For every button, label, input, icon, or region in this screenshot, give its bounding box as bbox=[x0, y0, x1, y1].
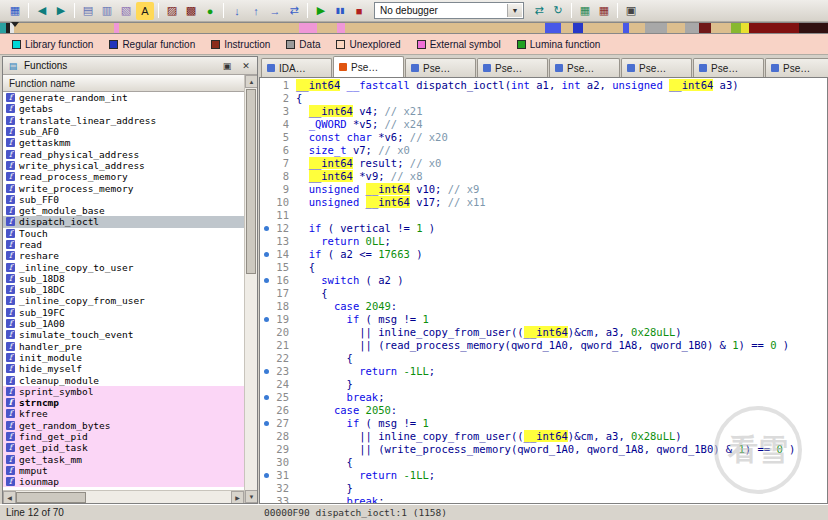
jump-name-icon[interactable]: ↑ bbox=[247, 2, 265, 20]
function-row[interactable]: fwrite_process_memory bbox=[3, 182, 244, 193]
jump-function-icon[interactable]: → bbox=[266, 2, 284, 20]
code-line[interactable]: 23 return -1LL; bbox=[260, 365, 827, 378]
colors-icon[interactable]: ▨ bbox=[163, 2, 181, 20]
code-line[interactable]: 8 __int64 *v9; // x8 bbox=[260, 170, 827, 183]
function-name-column-header[interactable]: Function name bbox=[3, 75, 244, 92]
segments-icon[interactable]: ▥ bbox=[98, 2, 116, 20]
function-row[interactable]: ftranslate_linear_address bbox=[3, 115, 244, 126]
watches-icon[interactable]: ▦ bbox=[595, 2, 613, 20]
tab-pseudocode-1[interactable]: Pse… bbox=[333, 56, 404, 77]
function-row[interactable]: fTouch bbox=[3, 228, 244, 239]
code-line[interactable]: 11 bbox=[260, 209, 827, 222]
function-row[interactable]: fiounmap bbox=[3, 476, 244, 487]
function-row[interactable]: fsprint_symbol bbox=[3, 386, 244, 397]
restore-panel-icon[interactable]: ▣ bbox=[220, 59, 234, 72]
pause-process-icon[interactable]: ▮▮ bbox=[331, 2, 349, 20]
code-line[interactable]: 22 { bbox=[260, 352, 827, 365]
function-row[interactable]: fstrncmp bbox=[3, 397, 244, 408]
code-line[interactable]: 7 __int64 result; // x0 bbox=[260, 157, 827, 170]
code-line[interactable]: 12 if ( vertical != 1 ) bbox=[260, 222, 827, 235]
function-row[interactable]: fsub_18DC bbox=[3, 284, 244, 295]
function-row[interactable]: fsub_18D8 bbox=[3, 273, 244, 284]
function-row[interactable]: fsub_AF0 bbox=[3, 126, 244, 137]
reanalyze-icon[interactable]: ● bbox=[201, 2, 219, 20]
functions-horizontal-scrollbar[interactable]: ◀ ▶ bbox=[3, 490, 244, 503]
code-line[interactable]: 20 || inline_copy_from_user((__int64)&cm… bbox=[260, 326, 827, 339]
code-line[interactable]: 10 unsigned __int64 v17; // x11 bbox=[260, 196, 827, 209]
code-line[interactable]: 3 __int64 v4; // x21 bbox=[260, 105, 827, 118]
save-icon[interactable]: ▦ bbox=[6, 2, 24, 20]
tab-pseudocode-4[interactable]: Pse… bbox=[549, 58, 620, 77]
dropdown-arrow-icon[interactable]: ▼ bbox=[507, 4, 522, 17]
code-line[interactable]: 26 case 2050: bbox=[260, 404, 827, 417]
code-line[interactable]: 31 return -1LL; bbox=[260, 469, 827, 482]
function-row[interactable]: fwrite_physical_address bbox=[3, 160, 244, 171]
function-row[interactable]: fsub_1A00 bbox=[3, 318, 244, 329]
function-row[interactable]: fsimulate_touch_event bbox=[3, 329, 244, 340]
snapshot-icon[interactable]: ▩ bbox=[182, 2, 200, 20]
function-row[interactable]: fget_module_base bbox=[3, 205, 244, 216]
code-line[interactable]: 2{ bbox=[260, 92, 827, 105]
code-line[interactable]: 33 break; bbox=[260, 495, 827, 504]
tab-pseudocode-6[interactable]: Pse… bbox=[693, 58, 764, 77]
code-line[interactable]: 4 _QWORD *v5; // x24 bbox=[260, 118, 827, 131]
code-line[interactable]: 25 break; bbox=[260, 391, 827, 404]
function-row[interactable]: fget_random_bytes bbox=[3, 420, 244, 431]
code-line[interactable]: 15 { bbox=[260, 261, 827, 274]
breakpoints-icon[interactable]: ▦ bbox=[576, 2, 594, 20]
function-row[interactable]: fgenerate_random_int bbox=[3, 92, 244, 103]
start-process-icon[interactable]: ▶ bbox=[312, 2, 330, 20]
functions-vertical-scrollbar[interactable]: ▲ ▼ bbox=[244, 75, 257, 503]
function-row[interactable]: fread bbox=[3, 239, 244, 250]
code-line[interactable]: 18 case 2049: bbox=[260, 300, 827, 313]
code-line[interactable]: 21 || (read_process_memory(qword_1A0, qw… bbox=[260, 339, 827, 352]
tab-pseudocode-7[interactable]: Pse… bbox=[765, 58, 828, 77]
jump-address-icon[interactable]: ↓ bbox=[228, 2, 246, 20]
horizontal-scroll-thumb[interactable] bbox=[16, 492, 86, 503]
function-row[interactable]: fkfree bbox=[3, 408, 244, 419]
function-row[interactable]: fmmput bbox=[3, 465, 244, 476]
function-row[interactable]: fdispatch_ioctl bbox=[3, 216, 244, 227]
vertical-scroll-track[interactable] bbox=[245, 88, 257, 490]
function-row[interactable]: fsub_FF0 bbox=[3, 194, 244, 205]
code-line[interactable]: 5 const char *v6; // x20 bbox=[260, 131, 827, 144]
vertical-scroll-thumb[interactable] bbox=[246, 89, 256, 274]
function-row[interactable]: finit_module bbox=[3, 352, 244, 363]
code-line[interactable]: 29 || (write_process_memory(qword_1A0, q… bbox=[260, 443, 827, 456]
text-options-icon[interactable]: A bbox=[136, 2, 154, 20]
code-line[interactable]: 16 switch ( a2 ) bbox=[260, 274, 827, 287]
structures-icon[interactable]: ▧ bbox=[117, 2, 135, 20]
function-row[interactable]: fcleanup_module bbox=[3, 374, 244, 385]
refresh-icon[interactable]: ↻ bbox=[549, 2, 567, 20]
windows-list-icon[interactable]: ▣ bbox=[622, 2, 640, 20]
function-row[interactable]: fget_task_mm bbox=[3, 454, 244, 465]
code-line[interactable]: 28 || inline_copy_from_user((__int64)&cm… bbox=[260, 430, 827, 443]
code-line[interactable]: 13 return 0LL; bbox=[260, 235, 827, 248]
forward-icon[interactable]: ▶ bbox=[52, 2, 70, 20]
close-panel-icon[interactable]: ✕ bbox=[239, 59, 253, 72]
function-row[interactable]: f_inline_copy_from_user bbox=[3, 295, 244, 306]
function-row[interactable]: f_inline_copy_to_user bbox=[3, 261, 244, 272]
tab-pseudocode-3[interactable]: Pse… bbox=[477, 58, 548, 77]
code-line[interactable]: 19 if ( msg != 1 bbox=[260, 313, 827, 326]
function-row[interactable]: fgettaskmm bbox=[3, 137, 244, 148]
tab-ida-view[interactable]: IDA… bbox=[261, 58, 332, 77]
debugger-select[interactable]: No debugger▼ bbox=[374, 2, 524, 19]
navigation-band[interactable] bbox=[0, 22, 828, 34]
function-row[interactable]: ffind_get_pid bbox=[3, 431, 244, 442]
function-row[interactable]: fread_physical_address bbox=[3, 148, 244, 159]
code-line[interactable]: 24 } bbox=[260, 378, 827, 391]
function-row[interactable]: fgetabs bbox=[3, 103, 244, 114]
code-line[interactable]: 9 unsigned __int64 v10; // x9 bbox=[260, 183, 827, 196]
code-line[interactable]: 32 } bbox=[260, 482, 827, 495]
horizontal-scroll-track[interactable] bbox=[86, 491, 231, 503]
function-row[interactable]: fread_process_memory bbox=[3, 171, 244, 182]
back-icon[interactable]: ◀ bbox=[33, 2, 51, 20]
code-line[interactable]: 30 { bbox=[260, 456, 827, 469]
function-row[interactable]: fhandler_pre bbox=[3, 341, 244, 352]
open-views-icon[interactable]: ▤ bbox=[79, 2, 97, 20]
pseudocode-view[interactable]: 1__int64 __fastcall dispatch_ioctl(int a… bbox=[259, 77, 828, 504]
scroll-left-icon[interactable]: ◀ bbox=[3, 491, 16, 503]
function-row[interactable]: fhide_myself bbox=[3, 363, 244, 374]
jump-xref-icon[interactable]: ⇄ bbox=[285, 2, 303, 20]
